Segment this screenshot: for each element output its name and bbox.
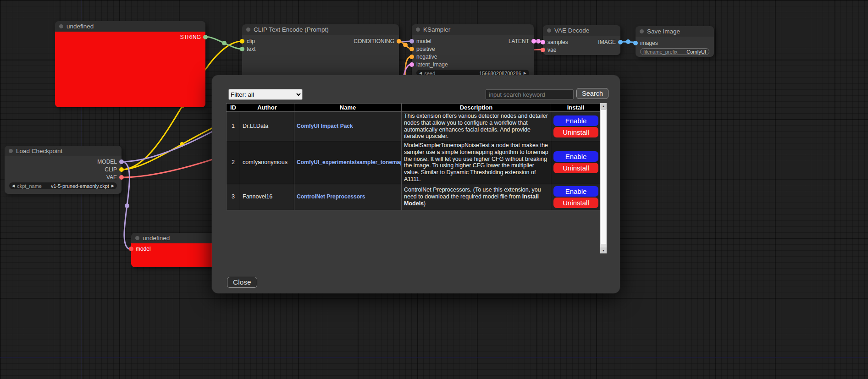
col-header-id: ID — [227, 104, 240, 112]
node-save-image[interactable]: Save Image images filename_prefix ComfyU… — [636, 26, 714, 57]
col-header-description: Description — [402, 104, 551, 112]
node-title: undefined — [143, 235, 170, 242]
extension-link[interactable]: ComfyUI_experiments/sampler_tonemap — [297, 159, 402, 165]
cell-install: Enable Uninstall — [551, 112, 601, 141]
output-slot-latent-icon[interactable] — [531, 39, 536, 44]
node-collapse-dot[interactable] — [416, 27, 420, 32]
node-titlebar[interactable]: VAE Decode — [543, 25, 620, 36]
seed-decrement-icon[interactable]: ◀ — [419, 71, 422, 75]
cell-author: Fannovel16 — [240, 184, 294, 210]
search-button[interactable]: Search — [576, 88, 608, 99]
node-titlebar[interactable]: Load Checkpoint — [5, 146, 122, 156]
node-collapse-dot[interactable] — [246, 27, 250, 32]
node-titlebar[interactable]: Save Image — [636, 26, 714, 37]
input-slot-positive-icon[interactable] — [409, 47, 414, 51]
cell-author: Dr.Lt.Data — [240, 112, 294, 141]
input-slot-latent-image-icon[interactable] — [409, 62, 414, 67]
output-label-clip: CLIP — [105, 166, 117, 173]
node-collapse-dot[interactable] — [59, 24, 63, 28]
table-scrollbar[interactable]: ▲ ▼ — [600, 103, 607, 253]
output-label-conditioning: CONDITIONING — [354, 38, 394, 44]
cell-description: ControlNet Preprocessors. (To use this e… — [402, 184, 551, 210]
node-title: undefined — [66, 23, 94, 30]
output-slot-conditioning-icon[interactable] — [397, 39, 401, 44]
output-label-image: IMAGE — [598, 39, 616, 45]
extensions-table: ID Author Name Description Install 1 Dr.… — [226, 103, 601, 210]
node-string-primitive[interactable]: undefined STRING — [55, 21, 205, 107]
input-slot-vae-icon[interactable] — [541, 48, 545, 52]
input-label-samples: samples — [547, 39, 568, 45]
cell-description: ModelSamplerTonemapNoiseTest a node that… — [402, 141, 551, 184]
node-title: KSampler — [423, 26, 450, 33]
extension-link[interactable]: ComfyUI Impact Pack — [297, 123, 353, 129]
scroll-up-icon[interactable]: ▲ — [600, 103, 607, 109]
input-label-model: model — [416, 38, 431, 44]
node-collapse-dot[interactable] — [640, 29, 644, 33]
node-load-checkpoint[interactable]: Load Checkpoint MODEL CLIP VAE ◀ ckpt_na… — [5, 146, 122, 194]
cell-id: 1 — [227, 112, 240, 141]
output-label-model: MODEL — [97, 159, 117, 165]
node-titlebar[interactable]: CLIP Text Encode (Prompt) — [242, 24, 399, 35]
input-slot-model-icon[interactable] — [409, 39, 414, 44]
ckpt-name-value: v1-5-pruned-emaonly.ckpt — [51, 183, 109, 189]
cell-install: Enable Uninstall — [551, 141, 601, 184]
extension-row: 3 Fannovel16 ControlNet Preprocessors Co… — [227, 184, 601, 210]
cell-id: 2 — [227, 141, 240, 184]
output-slot-model-icon[interactable] — [119, 159, 124, 164]
input-slot-model-icon[interactable] — [129, 247, 133, 251]
table-header-row: ID Author Name Description Install — [227, 104, 601, 112]
cell-name: ComfyUI_experiments/sampler_tonemap — [294, 141, 402, 184]
node-collapse-dot[interactable] — [547, 28, 551, 33]
node-titlebar[interactable]: undefined — [55, 21, 205, 32]
node-title: Load Checkpoint — [16, 148, 62, 154]
input-label-images: images — [640, 40, 658, 46]
input-label-text: text — [247, 46, 255, 52]
node-vae-decode[interactable]: VAE Decode samples IMAGE vae — [543, 25, 620, 55]
ckpt-name-label: ckpt_name — [17, 183, 42, 189]
input-slot-images-icon[interactable] — [633, 41, 638, 45]
input-slot-clip-icon[interactable] — [240, 39, 244, 44]
output-label-latent: LATENT — [509, 38, 529, 44]
input-slot-negative-icon[interactable] — [409, 55, 414, 59]
input-label-vae: vae — [547, 47, 556, 53]
output-label-vae: VAE — [106, 174, 117, 181]
ckpt-name-widget[interactable]: ◀ ckpt_name v1-5-pruned-emaonly.ckpt ▶ — [9, 182, 117, 189]
enable-button[interactable]: Enable — [553, 151, 598, 162]
ckpt-next-icon[interactable]: ▶ — [111, 184, 114, 188]
node-collapse-dot[interactable] — [135, 236, 139, 240]
input-label-positive: positive — [416, 46, 435, 52]
input-slot-samples-icon[interactable] — [541, 40, 545, 44]
output-slot-image-icon[interactable] — [618, 40, 623, 44]
search-input[interactable] — [486, 89, 574, 99]
output-slot-vae-icon[interactable] — [119, 175, 124, 180]
uninstall-button[interactable]: Uninstall — [553, 163, 598, 173]
node-model-patch[interactable]: undefined model — [131, 233, 223, 267]
filter-select[interactable]: Filter: all — [228, 89, 303, 100]
node-titlebar[interactable]: KSampler — [412, 24, 534, 35]
filename-prefix-widget[interactable]: filename_prefix ComfyUI — [640, 48, 709, 55]
seed-increment-icon[interactable]: ▶ — [524, 71, 526, 75]
filename-prefix-label: filename_prefix — [643, 49, 678, 55]
enable-button[interactable]: Enable — [553, 115, 598, 126]
node-collapse-dot[interactable] — [9, 149, 13, 153]
close-button[interactable]: Close — [227, 277, 257, 288]
output-slot-string-icon[interactable] — [203, 35, 208, 39]
node-titlebar[interactable]: undefined — [131, 233, 223, 243]
output-slot-clip-icon[interactable] — [119, 167, 124, 172]
cell-name: ControlNet Preprocessors — [294, 184, 402, 210]
input-label-clip: clip — [247, 38, 255, 44]
scrollbar-thumb[interactable] — [601, 110, 606, 244]
custom-nodes-manager-dialog: Filter: all Search ID Author Name Descri… — [212, 75, 620, 293]
input-label-negative: negative — [416, 54, 437, 60]
enable-button[interactable]: Enable — [553, 186, 598, 197]
col-header-install: Install — [551, 104, 601, 112]
extension-link[interactable]: ControlNet Preprocessors — [297, 193, 365, 200]
scroll-down-icon[interactable]: ▼ — [600, 247, 607, 253]
node-title: VAE Decode — [554, 27, 589, 34]
ckpt-prev-icon[interactable]: ◀ — [12, 184, 15, 188]
uninstall-button[interactable]: Uninstall — [553, 127, 598, 137]
input-label-latent-image: latent_image — [416, 61, 448, 68]
cell-id: 3 — [227, 184, 240, 210]
input-slot-text-icon[interactable] — [240, 47, 244, 51]
uninstall-button[interactable]: Uninstall — [553, 198, 598, 208]
